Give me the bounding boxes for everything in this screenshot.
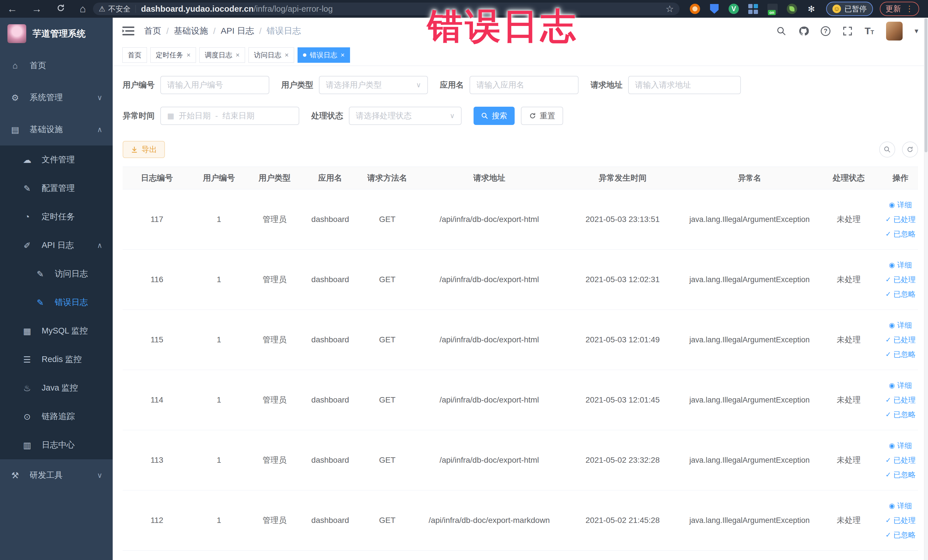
tab-schedule-log[interactable]: 调度日志 × — [199, 47, 245, 63]
home-icon[interactable]: ⌂ — [79, 4, 86, 14]
hamburger-icon[interactable] — [122, 26, 134, 36]
mark-ignored-link[interactable]: ✓已忽略 — [885, 349, 916, 359]
request-url-input[interactable] — [628, 76, 741, 94]
update-button[interactable]: 更新 ⋮ — [880, 2, 919, 16]
close-icon[interactable]: × — [186, 52, 191, 58]
mark-ignored-link[interactable]: ✓已忽略 — [885, 530, 916, 540]
kebab-menu-icon[interactable]: ⋮ — [905, 6, 913, 11]
close-icon[interactable]: × — [285, 52, 289, 58]
sidebar-item-tracing[interactable]: ⊙ 链路追踪 — [0, 402, 113, 431]
mark-ignored-link[interactable]: ✓已忽略 — [885, 289, 916, 299]
sidebar-item-config-management[interactable]: ✎ 配置管理 — [0, 174, 113, 203]
mark-processed-link[interactable]: ✓已处理 — [885, 395, 916, 405]
forward-icon[interactable]: → — [32, 4, 42, 14]
mark-ignored-link[interactable]: ✓已忽略 — [885, 470, 916, 480]
mark-processed-link[interactable]: ✓已处理 — [885, 335, 916, 345]
export-button[interactable]: 导出 — [123, 141, 165, 158]
sidebar-item-infrastructure[interactable]: ▤ 基础设施 ∧ — [0, 113, 113, 145]
extension-leaf-icon[interactable] — [787, 4, 797, 14]
sidebar-item-home[interactable]: ⌂ 首页 — [0, 50, 113, 82]
detail-link[interactable]: ◉详细 — [889, 200, 912, 210]
mark-ignored-link[interactable]: ✓已忽略 — [885, 229, 916, 239]
update-label: 更新 — [885, 4, 901, 14]
extensions-puzzle-icon[interactable]: ✻ — [806, 4, 817, 14]
close-icon[interactable]: × — [236, 52, 240, 58]
cell-user-type: 管理员 — [247, 515, 302, 526]
detail-link[interactable]: ◉详细 — [889, 501, 912, 511]
reset-button[interactable]: 重置 — [521, 107, 563, 125]
sidebar-item-log-center[interactable]: ▥ 日志中心 — [0, 431, 113, 459]
close-icon[interactable]: × — [340, 52, 345, 58]
sidebar-item-label: 访问日志 — [55, 268, 88, 279]
extension-grid-icon[interactable] — [748, 4, 758, 14]
help-icon[interactable]: ? — [821, 26, 830, 36]
sidebar-item-dev-tools[interactable]: ⚒ 研发工具 ∨ — [0, 459, 113, 491]
cell-status: 未处理 — [816, 274, 882, 285]
app-name-input[interactable] — [470, 76, 578, 94]
sidebar-item-cron-jobs[interactable]: ◔ 定时任务 — [0, 203, 113, 231]
sidebar-item-file-management[interactable]: ☁ 文件管理 — [0, 145, 113, 174]
sidebar-item-system-management[interactable]: ⚙ 系统管理 ∨ — [0, 82, 113, 113]
sidebar-item-api-log[interactable]: ✐ API 日志 ∧ — [0, 231, 113, 259]
date-start-placeholder: 开始日期 — [179, 110, 211, 121]
github-icon[interactable] — [798, 26, 809, 36]
tab-cron-jobs[interactable]: 定时任务 × — [150, 47, 196, 63]
sidebar-item-access-log[interactable]: ✎ 访问日志 — [0, 259, 113, 288]
extension-v-icon[interactable]: V — [729, 4, 739, 14]
search-icon[interactable] — [776, 26, 786, 36]
refresh-table-button[interactable] — [902, 142, 918, 157]
sidebar-item-java-monitor[interactable]: ♨ Java 监控 — [0, 374, 113, 402]
fullscreen-icon[interactable] — [843, 26, 853, 36]
app-name-label: 应用名 — [440, 79, 464, 90]
bookmark-star-icon[interactable]: ☆ — [665, 3, 674, 14]
sidebar-item-error-log[interactable]: ✎ 错误日志 — [0, 288, 113, 317]
cell-actions: ◉详细 ✓已处理 ✓已忽略 — [882, 320, 919, 359]
extension-orange-icon[interactable] — [690, 4, 700, 14]
sidebar-item-redis-monitor[interactable]: ☰ Redis 监控 — [0, 345, 113, 374]
extension-shield-icon[interactable] — [709, 4, 719, 14]
cell-exception: java.lang.IllegalArgumentException — [683, 215, 816, 224]
tab-home[interactable]: 首页 — [122, 47, 147, 63]
cell-user-type: 管理员 — [247, 274, 302, 285]
address-bar[interactable]: ⚠ 不安全 dashboard.yudao.iocoder.cn/infra/l… — [93, 3, 679, 15]
breadcrumb-home[interactable]: 首页 — [144, 25, 161, 37]
back-icon[interactable]: ← — [7, 4, 17, 14]
user-id-input[interactable] — [160, 76, 269, 94]
detail-link[interactable]: ◉详细 — [889, 381, 912, 391]
refresh-icon — [906, 146, 914, 153]
sidebar-logo-row[interactable]: 芋道管理系统 — [0, 18, 113, 50]
security-warning-icon[interactable]: ⚠ — [99, 5, 105, 14]
tab-error-log[interactable]: 错误日志 × — [298, 47, 350, 63]
reload-icon[interactable] — [56, 3, 65, 14]
cell-user-type: 管理员 — [247, 395, 302, 405]
mark-processed-link[interactable]: ✓已处理 — [885, 455, 916, 465]
table-row: 116 1 管理员 dashboard GET /api/infra/db-do… — [123, 250, 918, 310]
font-size-icon[interactable]: TT — [865, 25, 874, 37]
toggle-search-button[interactable] — [879, 142, 895, 157]
extension-on-badge-icon[interactable]: on — [768, 4, 778, 14]
cell-actions: ◉详细 ✓已处理 ✓已忽略 — [882, 200, 919, 239]
mark-processed-link[interactable]: ✓已处理 — [885, 275, 916, 285]
detail-link[interactable]: ◉详细 — [889, 260, 912, 270]
detail-link[interactable]: ◉详细 — [889, 441, 912, 451]
mark-processed-link[interactable]: ✓已处理 — [885, 215, 916, 224]
user-avatar[interactable] — [886, 22, 903, 41]
scrollbar-thumb[interactable] — [925, 18, 927, 153]
mark-ignored-link[interactable]: ✓已忽略 — [885, 410, 916, 420]
sidebar-item-mysql-monitor[interactable]: ▦ MySQL 监控 — [0, 317, 113, 345]
mark-processed-link[interactable]: ✓已处理 — [885, 516, 916, 525]
avatar-caret-icon[interactable]: ▾ — [914, 26, 918, 35]
paused-badge[interactable]: ☺ 已暂停 — [826, 2, 873, 16]
page-scrollbar[interactable] — [924, 18, 928, 560]
date-range-picker[interactable]: ▦ 开始日期 - 结束日期 — [160, 107, 299, 125]
breadcrumb-infrastructure[interactable]: 基础设施 — [174, 25, 208, 37]
cell-url: /api/infra/db-doc/export-html — [417, 395, 562, 404]
breadcrumb-api-log[interactable]: API 日志 — [221, 25, 254, 37]
cell-method: GET — [358, 215, 417, 224]
user-type-select[interactable]: 请选择用户类型 ∨ — [319, 76, 428, 94]
tab-access-log[interactable]: 访问日志 × — [249, 47, 294, 63]
filter-row-2: 异常时间 ▦ 开始日期 - 结束日期 处理状态 请选择处理状态 ∨ — [123, 107, 918, 125]
process-status-select[interactable]: 请选择处理状态 ∨ — [349, 107, 462, 125]
detail-link[interactable]: ◉详细 — [889, 320, 912, 330]
search-button[interactable]: 搜索 — [473, 107, 514, 125]
